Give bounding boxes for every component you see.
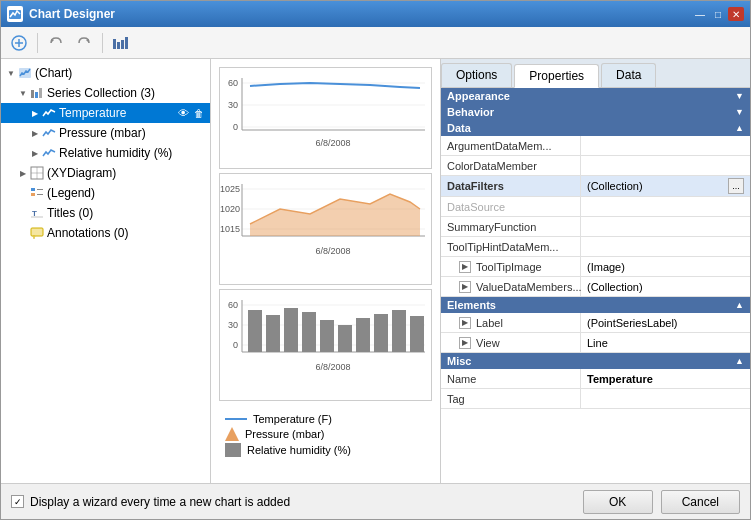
close-button[interactable]: ✕ xyxy=(728,7,744,21)
prop-value-tag[interactable] xyxy=(581,389,750,408)
section-label-behavior: Behavior xyxy=(447,106,494,118)
series-collection-icon xyxy=(29,85,45,101)
svg-text:T: T xyxy=(32,209,37,218)
prop-row-tag: Tag xyxy=(441,389,750,409)
pressure-icon xyxy=(41,125,57,141)
tree-item-actions: 👁 🗑 xyxy=(176,106,206,120)
svg-rect-52 xyxy=(248,310,262,352)
ellipsis-button-datafilters[interactable]: ... xyxy=(728,178,744,194)
svg-text:0: 0 xyxy=(233,122,238,132)
tree-expander-pressure[interactable]: ▶ xyxy=(29,127,41,139)
legend-icon xyxy=(29,185,45,201)
tree-label-pressure: Pressure (mbar) xyxy=(59,126,206,140)
tree-item-temperature[interactable]: ▶ Temperature 👁 🗑 xyxy=(1,103,210,123)
add-button[interactable] xyxy=(7,31,31,55)
tree-item-humidity[interactable]: ▶ Relative humidity (%) xyxy=(1,143,210,163)
maximize-button[interactable]: □ xyxy=(710,7,726,21)
legend-label-temperature: Temperature (F) xyxy=(253,413,332,425)
prop-row-colordatamember: ColorDataMember xyxy=(441,156,750,176)
expand-button-label[interactable]: ▶ xyxy=(459,317,471,329)
tabs-bar: Options Properties Data xyxy=(441,59,750,88)
line-chart-preview: 60 30 0 6/8/2008 xyxy=(219,67,432,169)
tree-item-legend[interactable]: ▶ (Legend) xyxy=(1,183,210,203)
minimize-button[interactable]: — xyxy=(692,7,708,21)
prop-value-datasource[interactable] xyxy=(581,197,750,216)
tree-item-chart[interactable]: ▼ (Chart) xyxy=(1,63,210,83)
ok-button[interactable]: OK xyxy=(583,490,653,514)
window-icon xyxy=(7,6,23,22)
expand-button-valuedatamembers[interactable]: ▶ xyxy=(459,281,471,293)
expand-button-view[interactable]: ▶ xyxy=(459,337,471,349)
prop-name-tag: Tag xyxy=(441,389,581,408)
redo-button[interactable] xyxy=(72,31,96,55)
svg-rect-23 xyxy=(31,228,43,236)
prop-value-tooltipimage[interactable]: (Image) xyxy=(581,257,750,276)
tree-item-titles[interactable]: ▶ T Titles (0) xyxy=(1,203,210,223)
title-bar: Chart Designer — □ ✕ xyxy=(1,1,750,27)
tooltipimage-label: ToolTipImage xyxy=(476,261,542,273)
prop-row-datafilters: DataFilters (Collection) ... xyxy=(441,176,750,197)
annotations-icon xyxy=(29,225,45,241)
svg-text:6/8/2008: 6/8/2008 xyxy=(315,362,350,372)
view-label: View xyxy=(476,337,500,349)
prop-value-datafilters[interactable]: (Collection) ... xyxy=(581,176,750,196)
area-chart-preview: 1025 1020 1015 6/8/2008 xyxy=(219,173,432,285)
temperature-icon xyxy=(41,105,57,121)
tree-expander-series[interactable]: ▼ xyxy=(17,87,29,99)
prop-name-datasource: DataSource xyxy=(441,197,581,216)
main-content: ▼ (Chart) ▼ xyxy=(1,59,750,483)
prop-name-tooltiphintdatamem: ToolTipHintDataMem... xyxy=(441,237,581,256)
section-label-misc: Misc xyxy=(447,355,471,367)
svg-rect-9 xyxy=(125,37,128,49)
section-label-data: Data xyxy=(447,122,471,134)
prop-value-name[interactable]: Temperature xyxy=(581,369,750,388)
expand-button-tooltipimage[interactable]: ▶ xyxy=(459,261,471,273)
tab-properties[interactable]: Properties xyxy=(514,64,599,88)
svg-rect-8 xyxy=(121,40,124,49)
window-title: Chart Designer xyxy=(29,7,115,21)
undo-button[interactable] xyxy=(44,31,68,55)
tree-item-annotations[interactable]: ▶ Annotations (0) xyxy=(1,223,210,243)
section-header-data[interactable]: Data ▲ xyxy=(441,120,750,136)
prop-name-view: ▶ View xyxy=(441,333,581,352)
section-header-elements[interactable]: Elements ▲ xyxy=(441,297,750,313)
tree-expander-temp[interactable]: ▶ xyxy=(29,107,41,119)
tree-item-pressure[interactable]: ▶ Pressure (mbar) xyxy=(1,123,210,143)
eye-icon[interactable]: 👁 xyxy=(176,106,190,120)
prop-value-tooltiphintdatamem[interactable] xyxy=(581,237,750,256)
prop-value-valuedatamembers[interactable]: (Collection) xyxy=(581,277,750,296)
tree-expander-xy[interactable]: ▶ xyxy=(17,167,29,179)
tree-expander[interactable]: ▼ xyxy=(5,67,17,79)
prop-value-argumentdatamember[interactable] xyxy=(581,136,750,155)
delete-icon[interactable]: 🗑 xyxy=(192,106,206,120)
svg-rect-19 xyxy=(31,193,35,196)
svg-text:1020: 1020 xyxy=(220,204,240,214)
tab-data[interactable]: Data xyxy=(601,63,656,87)
prop-value-view[interactable]: Line xyxy=(581,333,750,352)
tree-expander-humidity[interactable]: ▶ xyxy=(29,147,41,159)
titles-icon: T xyxy=(29,205,45,221)
appearance-arrow-icon: ▼ xyxy=(735,91,744,101)
prop-name-colordatamember: ColorDataMember xyxy=(441,156,581,175)
section-header-behavior[interactable]: Behavior ▼ xyxy=(441,104,750,120)
tree-item-series-collection[interactable]: ▼ Series Collection (3) xyxy=(1,83,210,103)
svg-rect-53 xyxy=(266,315,280,352)
tab-options[interactable]: Options xyxy=(441,63,512,87)
toolbar-separator-2 xyxy=(102,33,103,53)
tree-item-xydiagram[interactable]: ▶ (XYDiagram) xyxy=(1,163,210,183)
section-header-appearance[interactable]: Appearance ▼ xyxy=(441,88,750,104)
cancel-button[interactable]: Cancel xyxy=(661,490,740,514)
data-arrow-icon: ▲ xyxy=(735,123,744,133)
prop-value-colordatamember[interactable] xyxy=(581,156,750,175)
chart-wizard-button[interactable] xyxy=(109,31,133,55)
footer-right: OK Cancel xyxy=(583,490,740,514)
wizard-checkbox[interactable]: ✓ xyxy=(11,495,24,508)
prop-value-summaryfunction[interactable] xyxy=(581,217,750,236)
prop-value-label[interactable]: (PointSeriesLabel) xyxy=(581,313,750,332)
chart-preview-panel: 60 30 0 6/8/2008 xyxy=(211,59,441,483)
tree-label-xydiagram: (XYDiagram) xyxy=(47,166,206,180)
svg-marker-5 xyxy=(86,39,89,43)
svg-marker-24 xyxy=(33,236,35,239)
section-header-misc[interactable]: Misc ▲ xyxy=(441,353,750,369)
svg-rect-57 xyxy=(338,325,352,352)
